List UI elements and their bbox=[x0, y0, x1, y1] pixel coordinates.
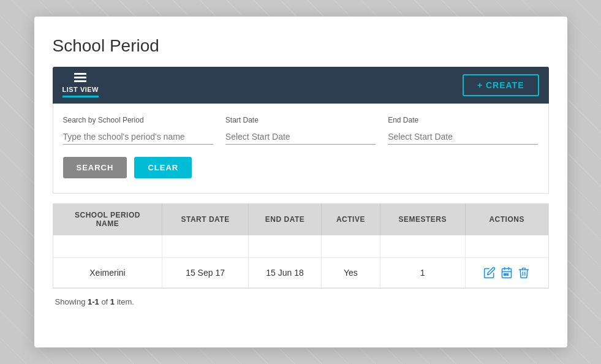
cell-end-empty bbox=[248, 235, 322, 257]
col-end-date: END DATE bbox=[248, 203, 322, 235]
start-date-filter-group: Start Date bbox=[225, 116, 376, 145]
svg-rect-7 bbox=[504, 273, 506, 275]
svg-rect-8 bbox=[507, 273, 508, 275]
modal-container: School Period LIST VIEW + CREATE Search … bbox=[34, 17, 567, 347]
filter-row: Search by School Period Start Date End D… bbox=[63, 116, 539, 145]
search-label: Search by School Period bbox=[63, 116, 213, 124]
search-input[interactable] bbox=[63, 129, 213, 145]
action-icons-group bbox=[472, 267, 542, 279]
cell-semesters: 1 bbox=[380, 257, 465, 287]
svg-rect-1 bbox=[74, 77, 86, 78]
search-filter-group: Search by School Period bbox=[63, 116, 213, 145]
col-name: SCHOOL PERIODNAME bbox=[53, 203, 162, 235]
page-title: School Period bbox=[53, 36, 549, 56]
table-body: Xeimerini 15 Sep 17 15 Jun 18 Yes 1 bbox=[53, 235, 548, 287]
pagination-total: 1 bbox=[110, 297, 115, 306]
svg-rect-2 bbox=[74, 80, 86, 82]
list-view-icon bbox=[74, 73, 86, 85]
toolbar: LIST VIEW + CREATE bbox=[53, 67, 549, 104]
clear-button[interactable]: CLEAR bbox=[134, 157, 192, 178]
table-header: SCHOOL PERIODNAME START DATE END DATE AC… bbox=[53, 203, 548, 235]
cell-start-date: 15 Sep 17 bbox=[162, 257, 248, 287]
table-row: Xeimerini 15 Sep 17 15 Jun 18 Yes 1 bbox=[53, 257, 548, 287]
pagination-info: Showing 1-1 of 1 item. bbox=[53, 297, 549, 306]
list-view-label: LIST VIEW bbox=[62, 86, 99, 93]
table-section: SCHOOL PERIODNAME START DATE END DATE AC… bbox=[53, 203, 549, 289]
start-date-input[interactable] bbox=[225, 129, 376, 145]
cell-name-empty bbox=[53, 235, 162, 257]
svg-rect-0 bbox=[74, 73, 86, 75]
cell-end-date: 15 Jun 18 bbox=[248, 257, 322, 287]
button-row: SEARCH CLEAR bbox=[63, 157, 539, 178]
create-button[interactable]: + CREATE bbox=[463, 74, 539, 96]
edit-icon[interactable] bbox=[483, 267, 496, 279]
end-date-filter-group: End Date bbox=[388, 116, 538, 145]
pagination-range: 1-1 bbox=[88, 297, 99, 306]
delete-icon[interactable] bbox=[518, 267, 530, 279]
cell-start-empty bbox=[162, 235, 248, 257]
filter-section: Search by School Period Start Date End D… bbox=[53, 104, 549, 194]
cell-name: Xeimerini bbox=[53, 257, 162, 287]
calendar-icon[interactable] bbox=[501, 267, 513, 279]
cell-actions bbox=[465, 257, 548, 287]
col-semesters: SEMESTERS bbox=[380, 203, 465, 235]
cell-active: Yes bbox=[322, 257, 380, 287]
school-period-table: SCHOOL PERIODNAME START DATE END DATE AC… bbox=[53, 203, 548, 288]
list-view-button[interactable]: LIST VIEW bbox=[62, 73, 99, 97]
col-start-date: START DATE bbox=[162, 203, 248, 235]
col-active: ACTIVE bbox=[322, 203, 380, 235]
start-date-label: Start Date bbox=[225, 116, 376, 124]
end-date-label: End Date bbox=[388, 116, 538, 124]
cell-active-empty bbox=[322, 235, 380, 257]
cell-actions-empty bbox=[465, 235, 548, 257]
search-button[interactable]: SEARCH bbox=[63, 157, 127, 178]
col-actions: ACTIONS bbox=[465, 203, 548, 235]
end-date-input[interactable] bbox=[388, 129, 538, 145]
table-row bbox=[53, 235, 548, 257]
cell-semesters-empty bbox=[380, 235, 465, 257]
